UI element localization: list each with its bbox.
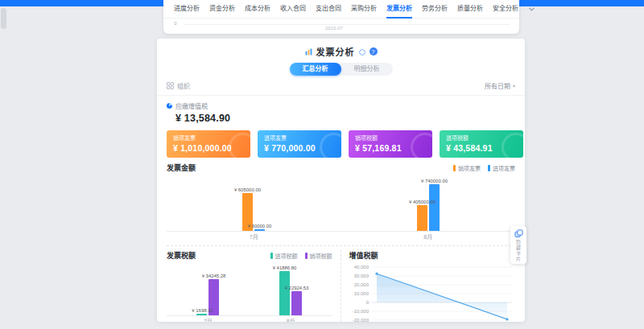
top-tab[interactable]: 安全分析 [493,0,518,19]
section-divider [167,245,515,246]
page-title: 发票分析 [316,45,355,58]
top-tab[interactable]: 资金分析 [209,0,235,19]
title-decoration-right-icon [359,44,365,59]
invoice-analysis-card: 发票分析 ? 汇总分析明细分析 组织 所有日期 ▾ 应缴增值税 ¥ 13,584… [157,39,525,322]
bar-group: ¥ 41886.80¥ 22924.53 [279,265,302,315]
top-tab[interactable]: 劳务分析 [422,0,448,19]
summary-card-label: 进项税额 [446,134,517,142]
section-title-invoice-amount: 发票金额 [167,162,196,173]
hide-cards-label: 隐藏卡片 [515,240,522,262]
bar-value-label: ¥ 30000.00 [248,223,272,228]
vat-line-chart: 40,00030,00020,00010,0000-10,000-20,0002… [349,262,517,322]
legend-item[interactable]: 进项税额 [270,252,298,260]
x-axis-label: 8月 [287,317,295,322]
invoice-tax-section: 发票税额 进项税额销项税额 ¥ 1698.11¥ 34245.287月¥ 418… [157,250,341,322]
svg-text:-20,000: -20,000 [352,318,369,322]
top-tab[interactable]: 收入合同 [280,0,306,19]
summary-card-label: 进项发票 [264,134,335,142]
vat-section: 增值税额 40,00030,00020,00010,0000-10,000-20… [341,250,526,322]
title-decoration-left-icon [305,44,312,59]
summary-card-label: 销项发票 [173,134,244,142]
bar-value-label: ¥ 605000.00 [234,187,261,191]
org-filter[interactable]: 组织 [167,81,190,90]
remnant-axis-line [184,24,510,25]
bar-group: ¥ 405000.00¥ 740000.00 [417,178,440,231]
bar-value-label: ¥ 22924.53 [285,285,309,290]
svg-text:0: 0 [365,300,369,305]
summary-card-value: ¥ 770,000.00 [264,143,335,153]
date-filter-label: 所有日期 [485,81,510,90]
kpi-pie-icon [167,103,172,109]
bar-group: ¥ 605000.00¥ 30000.00 [242,187,265,231]
bar-value-label: ¥ 34245.28 [202,273,226,278]
kpi-value: ¥ 13,584.90 [175,113,515,124]
summary-card: 进项税额¥ 43,584.91 [440,130,523,158]
top-tab[interactable]: 发票分析 [386,0,412,19]
legend-item[interactable]: 销项发票 [453,164,481,172]
section-title-vat: 增值税额 [349,250,378,261]
view-toggle-option[interactable]: 明细分析 [341,63,393,76]
legend-item[interactable]: 销项税额 [305,252,332,260]
bar-group: ¥ 1698.11¥ 34245.28 [196,273,219,315]
legend-marker-icon [453,165,456,171]
bar [196,314,207,315]
date-filter[interactable]: 所有日期 ▾ [485,81,515,90]
top-tab[interactable]: 采购分析 [351,0,377,19]
remnant-axis-zero: 0 [174,21,176,26]
remnant-axis-label: 2023-07 [325,26,343,31]
hide-cards-widget[interactable]: 隐藏卡片 [510,226,526,264]
top-tab[interactable]: 支出合同 [316,0,341,19]
x-axis-label: 7月 [250,232,258,241]
view-toggle-option[interactable]: 汇总分析 [290,63,341,76]
scrollbar-thumb[interactable] [1,8,6,29]
view-toggle: 汇总分析明细分析 [157,63,525,76]
legend-label: 进项税额 [275,252,298,260]
invoice-amount-legend: 销项发票进项发票 [453,164,515,172]
help-icon[interactable]: ? [369,47,378,56]
legend-marker-icon [488,165,490,171]
summary-card-value: ¥ 57,169.81 [355,143,426,153]
svg-text:-10,000: -10,000 [352,309,369,314]
summary-card: 销项税额¥ 57,169.81 [349,130,432,158]
top-tab-bar: 进度分析资金分析成本分析收入合同支出合同采购分析发票分析劳务分析质量分析安全分析 [163,0,519,19]
chevron-down-icon[interactable] [528,6,535,13]
caret-down-icon: ▾ [513,83,515,88]
x-axis-label: 8月 [423,232,432,241]
legend-item[interactable]: 进项发票 [488,164,515,172]
filter-toolbar: 组织 所有日期 ▾ [157,81,525,96]
bar [254,229,265,231]
x-axis-label: 7月 [204,317,213,322]
summary-card-label: 销项税额 [355,134,426,142]
legend-label: 销项发票 [458,164,481,172]
top-tab[interactable]: 进度分析 [174,0,200,19]
svg-text:20,000: 20,000 [353,282,369,287]
invoice-tax-chart: ¥ 1698.11¥ 34245.287月¥ 41886.80¥ 22924.5… [167,262,332,322]
summary-cards-row: 销项发票¥ 1,010,000.00进项发票¥ 770,000.00销项税额¥ … [157,130,525,158]
kpi-label: 应缴增值税 [175,101,208,110]
bar-value-label: ¥ 405000.00 [409,199,436,204]
bar [291,291,302,315]
top-tab[interactable]: 成本分析 [245,0,270,19]
org-icon [167,82,174,89]
invoice-tax-legend: 进项税额销项税额 [270,252,332,260]
bar [279,271,290,315]
section-title-invoice-tax: 发票税额 [167,250,196,261]
invoice-amount-chart: ¥ 605000.00¥ 30000.007月¥ 405000.00¥ 7400… [167,175,515,241]
legend-label: 进项发票 [493,164,515,172]
legend-marker-icon [305,253,308,259]
bottom-charts-row: 发票税额 进项税额销项税额 ¥ 1698.11¥ 34245.287月¥ 418… [157,250,525,322]
bar [429,184,440,231]
bar-value-label: ¥ 1698.11 [192,307,213,312]
top-tab[interactable]: 质量分析 [457,0,483,19]
svg-text:30,000: 30,000 [353,273,369,278]
legend-label: 销项税额 [310,252,332,260]
svg-text:10,000: 10,000 [353,291,369,296]
analysis-tab-panel: 进度分析资金分析成本分析收入合同支出合同采购分析发票分析劳务分析质量分析安全分析… [163,0,519,34]
bar-value-label: ¥ 740000.00 [421,179,448,183]
scrolled-chart-remnant: 0 2023-07 [163,19,519,32]
summary-card: 进项发票¥ 770,000.00 [258,130,341,158]
bar [417,205,427,231]
card-title-row: 发票分析 ? [157,44,525,59]
summary-card-value: ¥ 43,584.91 [446,143,517,153]
svg-text:40,000: 40,000 [353,265,369,269]
